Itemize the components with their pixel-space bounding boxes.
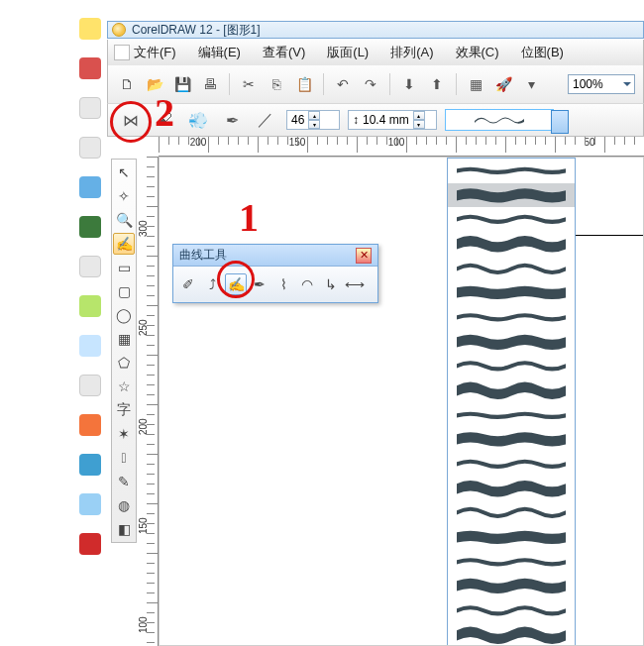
three-point-curve-tool[interactable]: ◠: [296, 273, 318, 295]
interactive-blend-tool[interactable]: ✶: [113, 423, 135, 445]
preset-stroke-item[interactable]: [448, 500, 575, 525]
polyline-tool[interactable]: ⌇: [272, 273, 294, 295]
flyout-close-button[interactable]: ✕: [356, 248, 372, 264]
os-sidebar: [79, 18, 103, 642]
undo-button[interactable]: ↶: [332, 73, 354, 95]
app-icon: [112, 23, 126, 37]
vertical-ruler: 300 250 200 150 100: [141, 157, 159, 646]
options-button[interactable]: ▾: [520, 73, 542, 95]
bezier-tool[interactable]: ⤴: [201, 273, 223, 295]
smart-drawing-tool[interactable]: ▭: [113, 257, 135, 278]
preset-stroke-item[interactable]: [448, 550, 575, 575]
calligraphic-mode-button[interactable]: ✒: [219, 108, 245, 132]
preset-stroke-item[interactable]: [448, 257, 575, 281]
preset-stroke-item[interactable]: [448, 354, 575, 378]
menu-file[interactable]: 文件(F): [134, 44, 176, 61]
paste-button[interactable]: 📋: [293, 73, 315, 95]
polygon-tool[interactable]: ⬠: [113, 352, 135, 374]
width-icon: ↕: [353, 113, 359, 127]
shape-tool[interactable]: ✧: [113, 185, 135, 207]
outline-tool[interactable]: ✎: [113, 471, 135, 492]
menu-bar[interactable]: 文件(F) 编辑(E) 查看(V) 版面(L) 排列(A) 效果(C) 位图(B…: [107, 40, 644, 65]
menu-arrange[interactable]: 排列(A): [390, 44, 433, 61]
freehand-smoothing-field[interactable]: 46 ▴▾: [286, 110, 340, 130]
preset-stroke-item[interactable]: [448, 598, 575, 623]
flyout-titlebar[interactable]: 曲线工具 ✕: [173, 245, 377, 267]
preset-stroke-item[interactable]: [448, 207, 575, 232]
fill-tool[interactable]: ◍: [113, 494, 135, 516]
preset-stroke-item[interactable]: [448, 305, 575, 330]
export-button[interactable]: ⬆: [426, 73, 448, 95]
brush-mode-button[interactable]: 🖌: [152, 108, 177, 132]
menu-layout[interactable]: 版面(L): [327, 44, 369, 61]
preset-stroke-item[interactable]: [448, 403, 575, 428]
menu-edit[interactable]: 编辑(E): [198, 44, 241, 61]
pressure-mode-button[interactable]: ／: [253, 108, 278, 132]
dimension-tool[interactable]: ⟷: [344, 273, 366, 295]
width-stepper[interactable]: ▴▾: [413, 111, 425, 129]
pen-tool[interactable]: ✒: [249, 273, 270, 295]
preset-stroke-item[interactable]: [448, 232, 575, 257]
ellipse-tool[interactable]: ◯: [113, 304, 135, 326]
curve-tools-flyout: 曲线工具 ✕ ✐ ⤴ ✍ ✒ ⌇ ◠ ↳ ⟷: [172, 244, 378, 303]
text-tool[interactable]: 字: [113, 399, 135, 421]
preset-stroke-item[interactable]: [448, 183, 575, 208]
interactive-connector-tool[interactable]: ↳: [320, 273, 342, 295]
preset-stroke-item[interactable]: [448, 378, 575, 403]
import-button[interactable]: ⬇: [398, 73, 420, 95]
save-button[interactable]: 💾: [171, 73, 193, 95]
cut-button[interactable]: ✂: [238, 73, 260, 95]
property-bar: ⋈ 🖌 💨 ✒ ／ 46 ▴▾ ↕ 10.4 mm ▴▾: [107, 103, 644, 137]
preset-stroke-item[interactable]: [448, 525, 575, 550]
menu-view[interactable]: 查看(V): [263, 44, 305, 61]
rectangle-tool[interactable]: ▢: [113, 280, 135, 302]
preset-mode-button[interactable]: ⋈: [118, 108, 144, 132]
app-launcher-button[interactable]: ▦: [465, 73, 486, 95]
preset-stroke-item[interactable]: [448, 330, 575, 355]
graph-paper-tool[interactable]: ▦: [113, 328, 135, 350]
eyedropper-tool[interactable]: 𖤓: [113, 447, 135, 469]
preset-stroke-item[interactable]: [448, 427, 575, 452]
preset-stroke-item[interactable]: [448, 477, 575, 501]
print-button[interactable]: 🖶: [199, 73, 221, 95]
zoom-tool[interactable]: 🔍: [113, 209, 135, 231]
curve-flyout-tool[interactable]: ✍: [113, 233, 135, 255]
smoothing-stepper[interactable]: ▴▾: [308, 111, 320, 129]
pick-tool[interactable]: ↖: [113, 162, 135, 183]
preset-stroke-item[interactable]: [448, 574, 575, 598]
preset-stroke-dropdown[interactable]: [447, 158, 576, 646]
menu-bitmap[interactable]: 位图(B): [521, 44, 564, 61]
preset-stroke-item[interactable]: [448, 159, 575, 183]
new-button[interactable]: 🗋: [116, 73, 138, 95]
toolbox: ↖ ✧ 🔍 ✍ ▭ ▢ ◯ ▦ ⬠ ☆ 字 ✶ 𖤓 ✎ ◍ ◧: [111, 159, 137, 543]
freehand-tool[interactable]: ✐: [177, 273, 199, 295]
flyout-title: 曲线工具: [179, 247, 227, 264]
window-title: CorelDRAW 12 - [图形1]: [132, 22, 261, 39]
copy-button[interactable]: ⎘: [266, 73, 287, 95]
corel-online-button[interactable]: 🚀: [492, 73, 514, 95]
horizontal-ruler: 200 150 100 50: [159, 137, 644, 157]
open-button[interactable]: 📂: [144, 73, 165, 95]
drawing-canvas[interactable]: [159, 157, 644, 646]
interactive-fill-tool[interactable]: ◧: [113, 518, 135, 540]
system-menu-icon[interactable]: [114, 45, 130, 60]
artistic-media-tool[interactable]: ✍: [225, 273, 247, 295]
artistic-media-width-field[interactable]: ↕ 10.4 mm ▴▾: [348, 110, 437, 130]
preset-stroke-item[interactable]: [448, 280, 575, 305]
preset-stroke-item[interactable]: [448, 623, 575, 646]
zoom-level[interactable]: 100%: [568, 74, 635, 94]
basic-shapes-tool[interactable]: ☆: [113, 376, 135, 397]
redo-button[interactable]: ↷: [360, 73, 381, 95]
preset-stroke-item[interactable]: [448, 452, 575, 477]
menu-effects[interactable]: 效果(C): [456, 44, 499, 61]
window-titlebar: CorelDRAW 12 - [图形1]: [107, 21, 644, 39]
standard-toolbar: 🗋 📂 💾 🖶 ✂ ⎘ 📋 ↶ ↷ ⬇ ⬆ ▦ 🚀 ▾ 100%: [107, 65, 644, 103]
sprayer-mode-button[interactable]: 💨: [185, 108, 211, 132]
preset-stroke-selector[interactable]: [445, 109, 554, 131]
